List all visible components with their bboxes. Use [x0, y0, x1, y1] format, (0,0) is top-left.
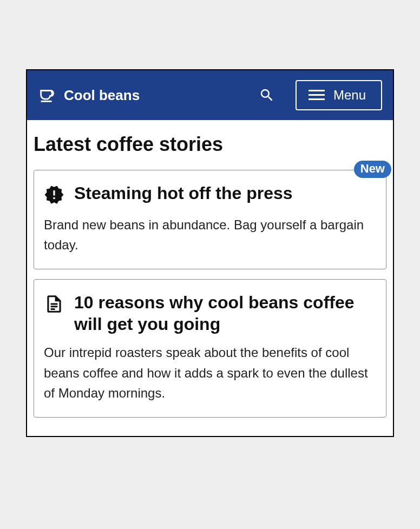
new-badge: New: [354, 161, 391, 178]
svg-rect-1: [309, 94, 325, 96]
card-body: Brand new beans in abundance. Bag yourse…: [44, 215, 376, 255]
story-card[interactable]: 10 reasons why cool beans coffee will ge…: [34, 279, 386, 418]
page-title: Latest coffee stories: [34, 133, 386, 156]
card-header: Steaming hot off the press: [44, 182, 376, 207]
card-header: 10 reasons why cool beans coffee will ge…: [44, 292, 376, 335]
card-title: Steaming hot off the press: [74, 182, 293, 204]
search-icon: [259, 87, 275, 103]
menu-label: Menu: [333, 88, 366, 103]
svg-rect-0: [309, 90, 325, 91]
brand-name: Cool beans: [64, 87, 140, 104]
app-frame: Cool beans Menu Latest coffee stories Ne…: [26, 69, 394, 437]
new-releases-icon: [44, 182, 64, 207]
app-header: Cool beans Menu: [27, 70, 393, 120]
main-content: Latest coffee stories New Steaming hot o…: [27, 120, 393, 436]
coffee-cup-icon: [38, 86, 56, 104]
card-title: 10 reasons why cool beans coffee will ge…: [74, 292, 376, 335]
svg-rect-2: [309, 98, 325, 100]
story-card[interactable]: New Steaming hot off the press Brand new…: [34, 170, 386, 269]
search-button[interactable]: [255, 84, 278, 107]
article-icon: [44, 292, 64, 316]
menu-button[interactable]: Menu: [296, 80, 382, 110]
card-body: Our intrepid roasters speak about the be…: [44, 342, 376, 403]
brand[interactable]: Cool beans: [38, 86, 248, 104]
hamburger-icon: [309, 89, 325, 102]
